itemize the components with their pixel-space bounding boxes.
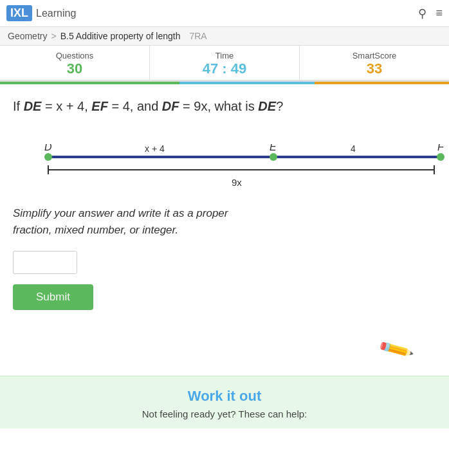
- stats-bar: Questions 30 Time 47 : 49 SmartScore 33: [0, 46, 449, 82]
- svg-text:D: D: [44, 144, 52, 152]
- work-it-out-title: Work it out: [13, 388, 436, 405]
- question-text: If DE = x + 4, EF = 4, and DF = 9x, what…: [13, 97, 436, 115]
- stat-time: Time 47 : 49: [150, 46, 300, 80]
- breadcrumb: Geometry > B.5 Additive property of leng…: [0, 27, 449, 46]
- pencil-area: ✏️: [0, 336, 449, 363]
- breadcrumb-code: 7RA: [189, 31, 206, 41]
- instruction-text: Simplify your answer and write it as a p…: [13, 205, 436, 238]
- df-label: DF: [162, 99, 179, 113]
- de-label: DE: [24, 99, 42, 113]
- logo: IXL Learning: [6, 5, 76, 21]
- smartscore-value: 33: [367, 60, 382, 77]
- work-it-out-subtitle: Not feeling ready yet? These can help:: [13, 408, 436, 419]
- svg-text:4: 4: [351, 144, 356, 154]
- svg-text:E: E: [270, 144, 277, 152]
- breadcrumb-section[interactable]: Geometry: [8, 31, 47, 41]
- stat-smartscore: SmartScore 33: [300, 46, 449, 80]
- header-icons: ⚲ ≡: [418, 6, 443, 21]
- submit-button[interactable]: Submit: [13, 284, 93, 310]
- svg-point-4: [44, 153, 52, 161]
- breadcrumb-lesson: B.5 Additive property of length: [60, 31, 181, 41]
- svg-text:F: F: [437, 144, 444, 152]
- ef-label: EF: [91, 99, 108, 113]
- stat-questions: Questions 30: [0, 46, 150, 80]
- menu-icon[interactable]: ≡: [435, 6, 443, 20]
- svg-text:x + 4: x + 4: [145, 144, 165, 154]
- work-it-out-section: Work it out Not feeling ready yet? These…: [0, 376, 449, 428]
- svg-point-6: [437, 153, 444, 161]
- search-icon[interactable]: ⚲: [418, 6, 426, 21]
- svg-text:9x: 9x: [232, 177, 242, 188]
- diagram-svg: D E F x + 4 4 9x: [32, 144, 449, 189]
- diagram-container: D E F x + 4 4 9x: [32, 128, 449, 186]
- de-label2: DE: [258, 99, 276, 113]
- logo-text: Learning: [36, 8, 76, 19]
- smartscore-label: SmartScore: [302, 51, 446, 60]
- main-content: If DE = x + 4, EF = 4, and DF = 9x, what…: [0, 84, 449, 336]
- time-label: Time: [152, 51, 297, 60]
- time-value: 47 : 49: [203, 60, 247, 77]
- svg-point-5: [270, 153, 277, 161]
- answer-input[interactable]: [13, 251, 77, 274]
- questions-value: 30: [67, 60, 82, 77]
- header: IXL Learning ⚲ ≡: [0, 0, 449, 27]
- breadcrumb-arrow: >: [51, 31, 56, 41]
- questions-label: Questions: [3, 51, 147, 60]
- logo-box: IXL: [6, 5, 32, 21]
- pencil-icon[interactable]: ✏️: [377, 331, 416, 369]
